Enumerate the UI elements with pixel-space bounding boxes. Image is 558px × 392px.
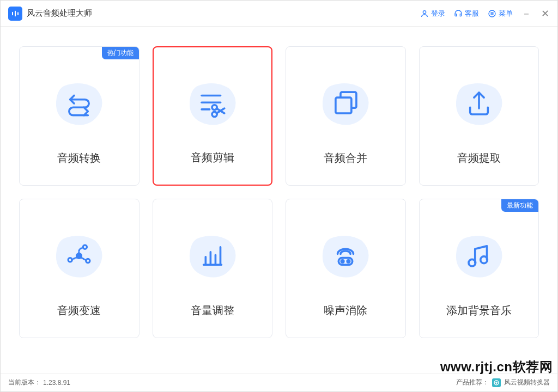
noise-icon: [330, 240, 361, 274]
support-label: 客服: [465, 9, 479, 19]
title-actions: 登录 客服 菜单 － ✕: [420, 9, 550, 19]
login-button[interactable]: 登录: [420, 9, 445, 19]
support-button[interactable]: 客服: [454, 9, 479, 19]
card-label: 音频转换: [57, 151, 101, 166]
app-title: 风云音频处理大师: [27, 8, 92, 19]
recommend-label: 产品推荐：: [456, 378, 489, 387]
music-icon: [463, 240, 495, 274]
main-content: 热门功能 音频转换 音频剪辑 音频合并: [1, 27, 557, 373]
card-label: 噪声消除: [324, 303, 367, 318]
feature-grid: 热门功能 音频转换 音频剪辑 音频合并: [19, 46, 539, 338]
recommend-product: 风云视频转换器: [504, 378, 550, 387]
card-audio-merge[interactable]: 音频合并: [286, 46, 406, 186]
version-value: 1.23.8.91: [43, 379, 70, 387]
app-window: 风云音频处理大师 登录 客服 菜单 － ✕ 热门功能: [0, 0, 558, 392]
footer: 当前版本： 1.23.8.91 产品推荐： 风云视频转换器: [1, 373, 557, 391]
new-badge: 最新功能: [501, 199, 538, 212]
card-audio-convert[interactable]: 热门功能 音频转换: [19, 46, 140, 186]
card-label: 添加背景音乐: [446, 303, 512, 318]
card-label: 音频提取: [457, 151, 501, 166]
recommend-icon: [492, 378, 501, 387]
extract-icon: [463, 88, 495, 121]
svg-rect-15: [336, 97, 351, 113]
svg-point-28: [347, 260, 350, 263]
close-button[interactable]: ✕: [540, 9, 550, 19]
card-noise-remove[interactable]: 噪声消除: [286, 199, 406, 338]
app-logo-icon: [8, 7, 22, 21]
volume-icon: [197, 240, 228, 274]
card-audio-trim[interactable]: 音频剪辑: [153, 46, 273, 186]
card-add-bgm[interactable]: 最新功能 添加背景音乐: [419, 199, 539, 338]
minimize-button[interactable]: －: [521, 9, 531, 19]
card-label: 音频合并: [324, 151, 367, 166]
card-audio-extract[interactable]: 音频提取: [419, 46, 539, 186]
merge-icon: [330, 88, 361, 121]
hot-badge: 热门功能: [102, 47, 139, 59]
svg-rect-1: [15, 10, 16, 16]
card-label: 音量调整: [191, 303, 234, 318]
svg-rect-2: [17, 12, 19, 15]
card-label: 音频剪辑: [191, 150, 234, 165]
svg-rect-0: [12, 11, 13, 15]
svg-point-3: [423, 10, 426, 13]
svg-point-27: [342, 260, 344, 263]
titlebar: 风云音频处理大师 登录 客服 菜单 － ✕: [1, 1, 557, 27]
convert-icon: [63, 88, 95, 121]
scissors-icon: [197, 88, 228, 121]
card-label: 音频变速: [57, 303, 101, 318]
version-label: 当前版本：: [8, 378, 41, 387]
product-recommend[interactable]: 产品推荐： 风云视频转换器: [456, 378, 550, 387]
login-label: 登录: [431, 9, 445, 19]
menu-button[interactable]: 菜单: [488, 9, 513, 19]
speed-icon: [63, 240, 95, 274]
watermark: www.rjtj.cn软荐网: [440, 358, 553, 376]
card-audio-speed[interactable]: 音频变速: [19, 199, 140, 338]
card-volume-adjust[interactable]: 音量调整: [153, 199, 273, 338]
menu-label: 菜单: [499, 9, 513, 19]
